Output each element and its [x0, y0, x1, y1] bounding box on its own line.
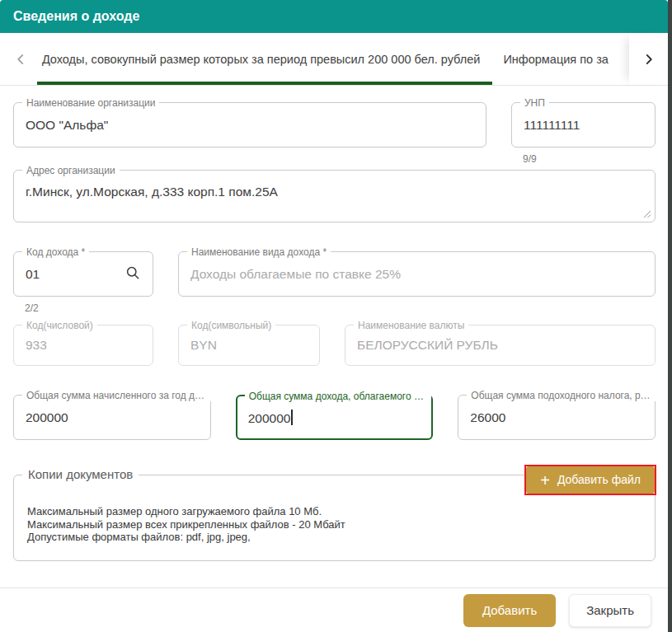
- tab-information-next[interactable]: Информация по за: [480, 33, 629, 85]
- income-details-dialog: Сведения о доходе Доходы, совокупный раз…: [0, 0, 668, 632]
- unp-value: 111111111: [524, 118, 580, 133]
- plus-icon: +: [540, 472, 550, 489]
- currency-name-label: Наименование валюты: [354, 320, 468, 331]
- text-cursor: [291, 410, 293, 425]
- close-button[interactable]: Закрыть: [569, 594, 651, 627]
- textarea-resize-handle-icon[interactable]: [643, 210, 651, 218]
- annotation-highlight-frame: + Добавить файл: [524, 465, 656, 495]
- organization-name-field[interactable]: Наименование организации ООО "Альфа": [13, 102, 486, 147]
- add-file-button[interactable]: + Добавить файл: [526, 466, 655, 494]
- unp-label: УНП: [520, 97, 549, 109]
- income-code-label: Код дохода *: [22, 246, 89, 258]
- total-taxable-income-value: 200000: [248, 410, 293, 426]
- currency-numeric-code-field: Код(числовой) 933: [13, 325, 153, 366]
- income-type-label: Наименование вида дохода *: [187, 246, 331, 258]
- row-currency: Код(числовой) 933 Код(символьный) BYN На…: [13, 325, 656, 366]
- organization-address-field[interactable]: Адрес организации г.Минск, ул.Морская, д…: [13, 170, 656, 222]
- row-income-code: Код дохода * 01 2/2 Наименование вида до…: [13, 251, 656, 314]
- max-total-files-note: Максимальный размер всех прикрепленных ф…: [27, 518, 641, 531]
- organization-name-label: Наименование организации: [22, 97, 159, 109]
- search-icon: [125, 265, 141, 283]
- dialog-header: Сведения о доходе: [0, 0, 668, 33]
- currency-symbolic-code-field: Код(символьный) BYN: [178, 325, 320, 366]
- chevron-right-icon: [640, 50, 658, 68]
- total-income-tax-field[interactable]: Общая сумма подоходного налога, руб * 26…: [458, 395, 656, 440]
- unp-char-counter: 9/9: [523, 153, 656, 165]
- income-type-field: Наименование вида дохода * Доходы облага…: [178, 251, 656, 297]
- row-sums: Общая сумма начисленного за год дохода,.…: [13, 395, 656, 440]
- background-page-edge: [668, 0, 672, 632]
- allowed-formats-note: Допустимые форматы файлов: pdf, jpg, jpe…: [27, 531, 641, 544]
- chevron-left-icon: [12, 50, 30, 68]
- active-tab-indicator: [37, 82, 492, 85]
- tab-scroll-right-button[interactable]: [629, 33, 668, 85]
- total-accrued-income-label: Общая сумма начисленного за год дохода,.…: [22, 390, 211, 401]
- total-income-tax-value: 26000: [470, 410, 505, 425]
- organization-address-value: г.Минск, ул.Морская, д.333 корп.1 пом.25…: [26, 185, 278, 199]
- total-accrued-income-field[interactable]: Общая сумма начисленного за год дохода,.…: [13, 395, 211, 440]
- currency-symbolic-code-label: Код(символьный): [187, 320, 275, 331]
- row-organization: Наименование организации ООО "Альфа" УНП…: [13, 102, 656, 165]
- organization-address-label: Адрес организации: [22, 165, 120, 176]
- income-type-value: Доходы облагаемые по ставке 25%: [190, 267, 401, 282]
- currency-symbolic-code-value: BYN: [190, 338, 217, 353]
- tab-incomes-over-200000[interactable]: Доходы, совокупный размер которых за пер…: [42, 33, 480, 85]
- total-taxable-income-label: Общая сумма дохода, облагаемого по ста..…: [245, 391, 432, 402]
- form-content: Наименование организации ООО "Альфа" УНП…: [0, 86, 668, 561]
- dialog-footer: Добавить Закрыть: [0, 588, 668, 632]
- unp-field[interactable]: УНП 111111111: [511, 102, 656, 147]
- tab-label: Доходы, совокупный размер которых за пер…: [42, 53, 480, 66]
- total-income-tax-label: Общая сумма подоходного налога, руб *: [467, 390, 656, 401]
- income-code-field[interactable]: Код дохода * 01: [13, 251, 153, 297]
- income-code-search-button[interactable]: [125, 265, 141, 283]
- organization-name-value: ООО "Альфа": [26, 118, 108, 133]
- add-file-button-label: Добавить файл: [557, 466, 641, 494]
- income-code-value: 01: [26, 267, 40, 282]
- dialog-title: Сведения о доходе: [13, 9, 139, 24]
- currency-numeric-code-value: 933: [26, 338, 47, 353]
- document-copies-section: Копии документов + Добавить файл Максима…: [13, 475, 656, 561]
- currency-name-value: БЕЛОРУССКИЙ РУБЛЬ: [357, 338, 498, 353]
- tab-scroll-left-button[interactable]: [0, 33, 42, 85]
- document-copies-legend: Копии документов: [22, 467, 139, 481]
- income-code-char-counter: 2/2: [25, 302, 153, 314]
- max-single-file-note: Максимальный размер одного загружаемого …: [27, 505, 641, 518]
- tab-label: Информация по за: [503, 53, 608, 66]
- total-taxable-income-field[interactable]: Общая сумма дохода, облагаемого по ста..…: [236, 395, 434, 440]
- currency-numeric-code-label: Код(числовой): [22, 320, 97, 331]
- currency-name-field: Наименование валюты БЕЛОРУССКИЙ РУБЛЬ: [345, 325, 656, 366]
- tab-bar: Доходы, совокупный размер которых за пер…: [0, 33, 668, 86]
- add-button[interactable]: Добавить: [463, 594, 556, 627]
- total-accrued-income-value: 200000: [26, 410, 68, 425]
